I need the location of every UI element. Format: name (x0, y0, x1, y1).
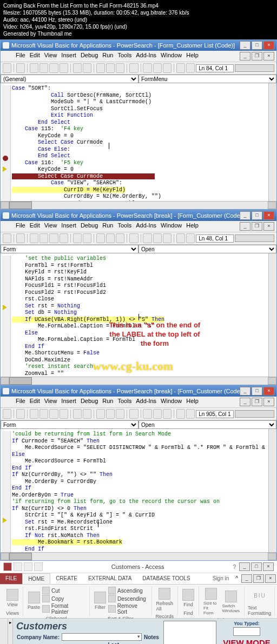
scroll-left-icon[interactable] (1, 377, 9, 385)
descending-button[interactable]: Descending (108, 595, 148, 602)
child-minimize[interactable]: _ (240, 52, 250, 61)
minimize-button[interactable]: _ (240, 387, 250, 395)
menu-file[interactable]: File (16, 222, 25, 231)
explorer-icon[interactable] (143, 409, 151, 419)
margin-bar[interactable] (2, 431, 11, 552)
toolbox-icon[interactable] (176, 233, 185, 243)
format-painter-button[interactable]: Format Painter (42, 603, 86, 615)
code-editor-1[interactable]: Case "SORT": Call SortDesc(FrmName, Sort… (1, 83, 276, 201)
find-icon[interactable] (60, 233, 68, 243)
view-access-icon[interactable] (3, 409, 11, 419)
scroll-thumb[interactable] (9, 377, 32, 385)
menu-window[interactable]: Window (161, 52, 182, 61)
toolbox-icon[interactable] (176, 409, 185, 419)
minimize-button[interactable]: _ (239, 562, 250, 571)
object-dropdown[interactable]: Form (1, 245, 138, 253)
object-dropdown[interactable]: Form (1, 420, 138, 429)
access-titlebar[interactable]: Customers - Access ? _ □ × (0, 561, 277, 573)
scroll-right-icon[interactable] (268, 553, 276, 560)
find-button[interactable]: Find (181, 588, 195, 608)
design-icon[interactable] (129, 233, 138, 243)
close-button[interactable]: × (263, 387, 274, 395)
italic-button[interactable]: I (259, 593, 260, 599)
run-icon[interactable] (96, 233, 105, 243)
titlebar[interactable]: Microsoft Visual Basic for Applications … (1, 210, 276, 221)
menu-edit[interactable]: Edit (30, 222, 40, 231)
record-selector[interactable]: ▸ (8, 619, 13, 644)
reset-icon[interactable] (116, 233, 124, 243)
design-icon[interactable] (129, 409, 138, 419)
run-icon[interactable] (96, 409, 105, 419)
child-minimize[interactable]: _ (240, 222, 250, 231)
close-button[interactable]: × (263, 41, 274, 50)
cut-icon[interactable] (30, 233, 38, 243)
menu-addins[interactable]: Add-Ins (136, 52, 156, 61)
browser-icon[interactable] (163, 63, 172, 73)
menu-tools[interactable]: Tools (117, 398, 131, 406)
copy-button[interactable]: Copy (42, 595, 86, 602)
help-icon[interactable] (186, 409, 195, 419)
maximize-button[interactable]: □ (252, 41, 262, 50)
menu-debug[interactable]: Debug (81, 52, 98, 61)
save-icon[interactable] (16, 409, 25, 419)
minimize-button[interactable]: _ (240, 41, 250, 50)
menu-addins[interactable]: Add-Ins (136, 222, 156, 231)
code-editor-3[interactable]: 'could be returning from list form in Se… (1, 429, 276, 552)
scroll-thumb[interactable] (9, 553, 32, 560)
view-button[interactable]: View (5, 588, 19, 608)
toolbar-slider[interactable] (235, 234, 274, 242)
view-access-icon[interactable] (3, 233, 11, 243)
bold-button[interactable]: B (254, 593, 258, 599)
maximize-button[interactable]: □ (252, 387, 262, 395)
you-typed-field[interactable] (233, 627, 260, 636)
menu-window[interactable]: Window (161, 222, 182, 231)
paste-icon[interactable] (49, 409, 58, 419)
properties-icon[interactable] (153, 409, 162, 419)
ascending-button[interactable]: Ascending (108, 587, 148, 594)
cut-icon[interactable] (30, 409, 38, 419)
child-close[interactable]: × (265, 574, 276, 583)
menu-file[interactable]: File (16, 52, 25, 61)
procedure-dropdown[interactable]: Open (138, 245, 276, 253)
minimize-button[interactable]: _ (240, 211, 250, 220)
copy-icon[interactable] (39, 233, 48, 243)
cut-button[interactable]: Cut (42, 587, 86, 594)
tab-home[interactable]: HOME (22, 573, 50, 584)
break-icon[interactable] (106, 409, 115, 419)
toolbar-slider[interactable] (235, 64, 274, 72)
scrollbar-horizontal[interactable] (1, 201, 276, 209)
child-close[interactable]: × (263, 398, 274, 406)
paste-icon[interactable] (49, 233, 58, 243)
scroll-right-icon[interactable] (268, 377, 276, 385)
underline-button[interactable]: U (261, 593, 265, 599)
save-icon[interactable] (16, 233, 25, 243)
break-icon[interactable] (106, 233, 115, 243)
find-icon[interactable] (60, 63, 68, 73)
menubar[interactable]: File Edit View Insert Debug Run Tools Ad… (1, 397, 276, 407)
menu-window[interactable]: Window (161, 398, 182, 406)
redo-icon[interactable] (83, 63, 91, 73)
close-button[interactable]: × (263, 211, 274, 220)
qat-save-icon[interactable] (14, 562, 22, 571)
menu-insert[interactable]: Insert (61, 222, 76, 231)
run-icon[interactable] (96, 63, 105, 73)
view-access-icon[interactable] (3, 63, 11, 73)
scrollbar-horizontal[interactable] (1, 552, 276, 560)
menu-view[interactable]: View (44, 398, 57, 406)
tab-create[interactable]: CREATE (50, 573, 83, 584)
tab-external-data[interactable]: EXTERNAL DATA (83, 573, 137, 584)
navigation-pane[interactable]: Navigation Pane (0, 619, 8, 644)
menu-edit[interactable]: Edit (30, 398, 40, 406)
child-close[interactable]: × (263, 222, 274, 231)
browser-icon[interactable] (163, 409, 172, 419)
menu-run[interactable]: Run (102, 52, 113, 61)
menu-view[interactable]: View (44, 52, 57, 61)
design-icon[interactable] (129, 63, 138, 73)
explorer-icon[interactable] (143, 63, 151, 73)
paste-button[interactable]: Paste (27, 591, 41, 611)
redo-icon[interactable] (83, 409, 91, 419)
scroll-left-icon[interactable] (1, 553, 9, 560)
scrollbar-vertical[interactable] (268, 83, 276, 201)
company-name-field[interactable] (62, 633, 142, 641)
child-minimize[interactable]: _ (241, 574, 252, 583)
